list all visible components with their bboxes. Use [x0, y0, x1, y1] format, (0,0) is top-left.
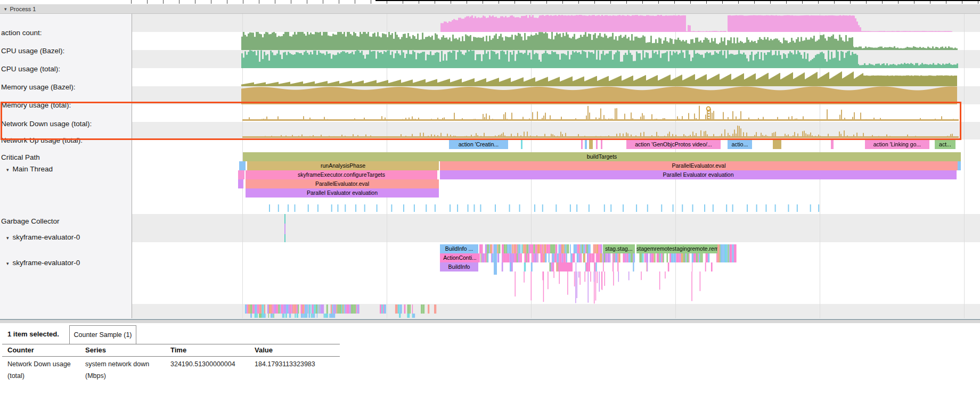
sidebar-item-critical-path[interactable]: Critical Path [1, 153, 40, 162]
details-panel: 1 item selected. Counter Sample (1) Coun… [0, 319, 980, 395]
slice-stag-stag[interactable]: stag.stag... [603, 244, 635, 253]
slice-buildtargets[interactable]: buildTargets [243, 152, 961, 161]
selection-status: 1 item selected. [7, 325, 59, 343]
track-row-background [132, 50, 980, 68]
track-label: Network Up usage (total): [1, 136, 83, 144]
collapse-arrow-icon[interactable]: ▾ [6, 167, 9, 172]
slice-parallel-evaluator-evaluation[interactable]: Parallel Evaluator evaluation [246, 188, 439, 198]
track-label: CPU usage (total): [1, 65, 60, 73]
table-header: Counter Series Time Value [2, 344, 340, 357]
track-label: Main Thread [13, 165, 53, 173]
sidebar-item-cpu-usage-bazel[interactable]: CPU usage (Bazel): [1, 46, 64, 56]
cell-counter: Network Down usage [7, 359, 71, 369]
sidebar-item-action-count[interactable]: action count: [1, 28, 42, 38]
slice-act[interactable]: act... [935, 140, 956, 149]
track-row-background [132, 32, 980, 50]
sidebar-item-skyframe-evaluator-0[interactable]: ▾skyframe-evaluator-0 [6, 258, 80, 268]
col-time: Time [170, 346, 186, 354]
slice-sliver[interactable] [589, 140, 593, 149]
slice-sliver[interactable] [773, 140, 781, 149]
track-label: skyframe-evaluator-0 [13, 259, 80, 267]
track-row-background [132, 68, 980, 86]
sidebar-item-network-down-usage-total[interactable]: Network Down usage (total): [1, 119, 92, 129]
cell-counter: (total) [7, 371, 24, 381]
track-row-background [132, 122, 980, 139]
slice-sliver[interactable] [831, 140, 834, 149]
slice-sliver[interactable] [521, 140, 522, 149]
col-counter: Counter [7, 346, 34, 354]
sidebar-item-network-up-usage-total[interactable]: Network Up usage (total): [1, 136, 83, 145]
cell-series: system network down [85, 359, 149, 369]
sidebar-item-main-thread[interactable]: ▾Main Thread [6, 164, 53, 174]
track-label: Garbage Collector [1, 217, 60, 225]
slice-sliver[interactable] [238, 170, 244, 179]
slice-runanalysisphase[interactable]: runAnalysisPhase [247, 161, 439, 170]
collapse-arrow-icon[interactable]: ▾ [6, 235, 9, 241]
col-value: Value [255, 346, 273, 354]
slice-sliver[interactable] [585, 140, 587, 149]
slice-sliver[interactable] [581, 140, 583, 149]
slice-actionconti[interactable]: ActionConti... [440, 253, 480, 262]
slice-buildinfo[interactable]: BuildInfo [440, 262, 478, 271]
track-label: Critical Path [1, 153, 40, 161]
track-label: action count: [1, 29, 42, 37]
cell-series: (Mbps) [85, 371, 106, 381]
slice-parallelevaluator-eval[interactable]: ParallelEvaluator.eval [440, 161, 958, 170]
slice-stagemremotestagingremote-remot[interactable]: stagemremotestagingremote.remot... [636, 244, 717, 253]
track-row-background [132, 214, 980, 242]
slice-parallel-evaluator-evaluation[interactable]: Parallel Evaluator evaluation [440, 170, 957, 179]
track-label: CPU usage (Bazel): [1, 47, 64, 55]
track-label-sidebar: action count:CPU usage (Bazel):CPU usage… [0, 14, 132, 318]
col-series: Series [85, 346, 106, 354]
sidebar-item-skyframe-evaluator-0[interactable]: ▾skyframe-evaluator-0 [6, 233, 80, 242]
track-row-background [132, 14, 980, 32]
sidebar-item-memory-usage-total[interactable]: Memory usage (total): [1, 101, 71, 110]
tab-counter-sample[interactable]: Counter Sample (1) [69, 325, 136, 344]
sidebar-item-memory-usage-bazel[interactable]: Memory usage (Bazel): [1, 83, 76, 92]
slice-sliver[interactable] [238, 179, 243, 188]
timeline-ruler[interactable] [0, 0, 980, 4]
slice-sliver[interactable] [958, 161, 961, 170]
slice-action-creatin[interactable]: action 'Creatin... [449, 140, 508, 149]
track-row-background [132, 304, 980, 318]
panel-divider-band [0, 320, 980, 323]
slice-action-linking-go[interactable]: action 'Linking go... [865, 140, 929, 149]
sidebar-item-cpu-usage-total[interactable]: CPU usage (total): [1, 64, 60, 74]
slice-sliver[interactable] [558, 262, 573, 271]
track-row-background [132, 104, 980, 122]
process-title: Process 1 [10, 6, 36, 12]
track-label: Network Down usage (total): [1, 120, 92, 128]
track-label: Memory usage (Bazel): [1, 83, 76, 91]
slice-parallelevaluator-eval[interactable]: ParallelEvaluator.eval [246, 179, 439, 188]
slice-action-genobjcprotos-video[interactable]: action 'GenObjcProtos video/... [626, 140, 721, 149]
slice-sliver[interactable] [239, 161, 246, 170]
slice-buildinfo[interactable]: BuildInfo ... [440, 244, 478, 253]
track-label: skyframe-evaluator-0 [13, 233, 80, 241]
cell-time: 324190.51300000004 [170, 359, 235, 369]
slice-actio[interactable]: actio... [728, 140, 752, 149]
track-row-background [132, 86, 980, 104]
slice-sliver[interactable] [596, 140, 598, 149]
collapse-arrow-icon: ▾ [4, 6, 7, 12]
cell-value: 184.1793113323983 [255, 359, 315, 369]
slice-sliver[interactable] [601, 140, 602, 149]
time-gridline [964, 14, 965, 318]
sidebar-item-garbage-collector[interactable]: Garbage Collector [1, 217, 60, 226]
track-row-background [132, 242, 980, 304]
process-header[interactable]: ▾ Process 1 [0, 4, 980, 14]
trace-viewer: ▾ Process 1 action count:CPU usage (Baze… [0, 0, 980, 395]
collapse-arrow-icon[interactable]: ▾ [6, 261, 9, 266]
slice-skyframeexecutor-configuretargets[interactable]: skyframeExecutor.configureTargets [246, 170, 437, 179]
track-label: Memory usage (total): [1, 101, 71, 109]
